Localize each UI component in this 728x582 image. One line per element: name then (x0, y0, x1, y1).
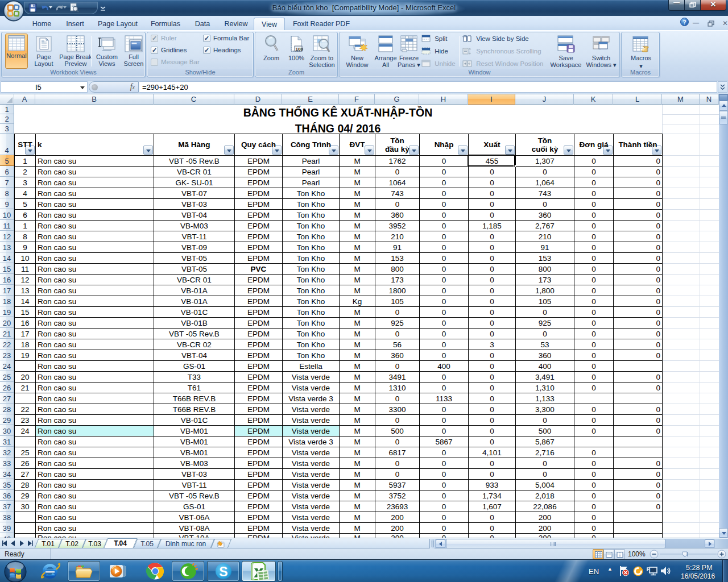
svg-text:?: ? (683, 19, 686, 26)
svg-text:100: 100 (296, 47, 304, 52)
svg-text:S: S (219, 564, 228, 579)
